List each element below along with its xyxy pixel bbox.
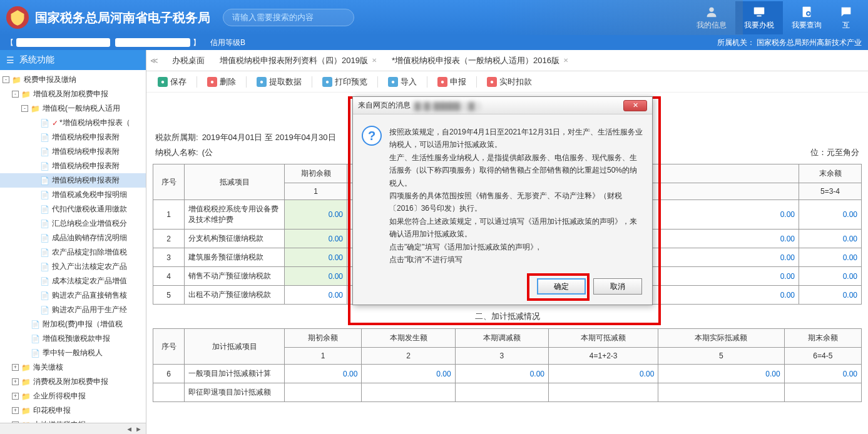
file-icon: 📄: [40, 277, 49, 286]
tree-node[interactable]: 📄季中转一般纳税人: [0, 346, 146, 360]
logo-emblem: [6, 6, 29, 29]
tree-node[interactable]: +📁土地增值税申报: [0, 418, 146, 423]
tab[interactable]: 增值税纳税申报表附列资料（四）2019版✕: [212, 51, 384, 70]
tree-node[interactable]: 📄农产品核定扣除增值税: [0, 245, 146, 260]
file-icon: 📄: [40, 220, 49, 228]
collapse-sidebar-icon[interactable]: ≪: [150, 56, 158, 65]
toolbar-button[interactable]: ●导入: [383, 74, 422, 89]
nav-tree: -📁税费申报及缴纳-📁增值税及附加税费申报-📁增值税(一般纳税人适用📄✓*增值税…: [0, 70, 146, 423]
tree-node[interactable]: 📄增值税纳税申报表附: [0, 130, 146, 144]
toolbar: ●保存●删除●提取数据●打印预览●导入●申报●实时扣款: [146, 71, 868, 93]
sidebar: ☰ 系统功能 -📁税费申报及缴纳-📁增值税及附加税费申报-📁增值税(一般纳税人适…: [0, 50, 146, 434]
tree-toggle-icon[interactable]: +: [12, 378, 19, 385]
nav-query[interactable]: 我要查询: [783, 1, 830, 34]
nav-interact[interactable]: 互: [830, 1, 862, 34]
scroll-left-icon[interactable]: ◄: [126, 425, 133, 433]
tree-node[interactable]: -📁税费申报及缴纳: [0, 73, 146, 87]
company-redacted: [16, 38, 110, 47]
toolbar-button[interactable]: ●保存: [153, 74, 191, 89]
toolbar-button[interactable]: ●申报: [432, 74, 471, 89]
file-icon: 📄: [40, 119, 49, 128]
folder-icon: 📁: [21, 363, 31, 372]
tree-node[interactable]: 📄增值税减免税申报明细: [0, 188, 146, 202]
tree-toggle-icon[interactable]: +: [12, 407, 19, 414]
tree-node[interactable]: 📄附加税(费)申报（增值税: [0, 317, 146, 331]
scroll-right-icon[interactable]: ►: [135, 425, 142, 433]
tree-node[interactable]: 📄购进农产品直接销售核: [0, 288, 146, 303]
tab[interactable]: *增值税纳税申报表（一般纳税人适用）2016版✕: [384, 51, 576, 70]
dialog-titlebar: 来自网页的消息 ▇ ▇ ▇▇▇▇ ( ▇ ) ✕: [353, 97, 652, 114]
svg-rect-1: [754, 7, 765, 14]
monitor-icon: [752, 5, 766, 19]
toolbar-button[interactable]: ●实时扣款: [482, 74, 537, 89]
subheader: 【 】 信用等级B 所属机关： 国家税务总局郑州高新技术产业: [0, 35, 868, 50]
tree-node[interactable]: +📁海关缴核: [0, 360, 146, 375]
file-icon: 📄: [31, 335, 40, 343]
tree-node[interactable]: 📄成品油购销存情况明细: [0, 231, 146, 245]
toolbar-icon: ●: [257, 77, 267, 87]
tree-node[interactable]: 📄增值税纳税申报表附: [0, 173, 146, 188]
tree-node[interactable]: -📁增值税(一般纳税人适用: [0, 101, 146, 116]
file-icon: 📄: [40, 133, 49, 142]
confirm-dialog: 来自网页的消息 ▇ ▇ ▇▇▇▇ ( ▇ ) ✕ ? 按照政策规定，自2019年…: [352, 96, 653, 305]
file-icon: 📄: [40, 234, 49, 243]
folder-icon: 📁: [21, 392, 31, 401]
sidebar-footer: ◄ ►: [0, 423, 146, 434]
credit-rating: 信用等级B: [210, 38, 245, 48]
tree-node[interactable]: 📄✓*增值税纳税申报表（: [0, 116, 146, 130]
toolbar-icon: ●: [388, 77, 398, 87]
tree-toggle-icon[interactable]: -: [3, 76, 9, 83]
file-icon: 📄: [31, 320, 40, 329]
tree-toggle-icon[interactable]: -: [21, 105, 28, 112]
tree-node[interactable]: 📄增值税预缴税款申报: [0, 331, 146, 346]
folder-icon: 📁: [12, 76, 21, 84]
toolbar-button[interactable]: ●删除: [202, 74, 241, 89]
tab-close-icon[interactable]: ✕: [372, 57, 377, 64]
file-icon: 📄: [40, 191, 49, 199]
folder-icon: 📁: [21, 406, 31, 415]
tree-node[interactable]: 📄增值税纳税申报表附: [0, 159, 146, 173]
chat-icon: [839, 5, 853, 19]
file-icon: 📄: [40, 248, 49, 257]
folder-icon: 📁: [31, 104, 40, 113]
tree-node[interactable]: +📁企业所得税申报: [0, 389, 146, 403]
tree-node[interactable]: 📄投入产出法核定农产品: [0, 260, 146, 274]
period-label: 税款所属期:: [155, 132, 198, 143]
ok-button[interactable]: 确定: [537, 278, 586, 295]
extra-deduction-table: 序号加计抵减项目期初余额本期发生额本期调减额本期可抵减额本期实际抵减额期末余额1…: [153, 328, 862, 402]
file-icon: 📄: [40, 205, 49, 214]
tree-node[interactable]: 📄成本法核定农产品增值: [0, 274, 146, 288]
period-value: 2019年04月01日 至 2019年04月30日: [202, 132, 336, 143]
cancel-button[interactable]: 取消: [593, 278, 642, 295]
tree-node[interactable]: 📄汇总纳税企业增值税分: [0, 216, 146, 231]
tree-node[interactable]: +📁消费税及附加税费申报: [0, 375, 146, 389]
search-doc-icon: [800, 5, 814, 19]
site-title: 国家税务总局河南省电子税务局: [35, 9, 210, 26]
search-input[interactable]: 请输入需要搜索的内容: [223, 9, 354, 26]
toolbar-button[interactable]: ●打印预览: [317, 74, 372, 89]
tree-toggle-icon[interactable]: +: [12, 393, 19, 400]
tab[interactable]: 办税桌面: [165, 51, 212, 70]
menu-icon: ☰: [6, 55, 14, 65]
tree-node[interactable]: 📄增值税纳税申报表附: [0, 144, 146, 159]
toolbar-button[interactable]: ●提取数据: [252, 74, 307, 89]
file-icon: 📄: [31, 349, 40, 358]
payer-label: 纳税人名称:: [155, 147, 198, 158]
file-icon: 📄: [40, 176, 49, 185]
tab-close-icon[interactable]: ✕: [563, 57, 568, 64]
tree-node[interactable]: +📁印花税申报: [0, 403, 146, 418]
tree-toggle-icon[interactable]: -: [12, 91, 19, 98]
folder-icon: 📁: [21, 90, 31, 99]
org-value: 国家税务总局郑州高新技术产业: [757, 38, 862, 47]
file-icon: 📄: [40, 291, 49, 300]
tree-node[interactable]: 📄代扣代缴税收通用缴款: [0, 202, 146, 216]
tree-node[interactable]: -📁增值税及附加税费申报: [0, 87, 146, 101]
tree-toggle-icon[interactable]: +: [12, 364, 19, 371]
question-icon: ?: [362, 126, 382, 146]
check-icon: ✓: [52, 119, 58, 128]
toolbar-icon: ●: [207, 77, 217, 87]
tree-node[interactable]: 📄购进农产品用于生产经: [0, 303, 146, 317]
unit-label: 位：元至角分: [810, 147, 859, 158]
dialog-close-button[interactable]: ✕: [623, 100, 647, 111]
section2-title: 二、加计抵减情况: [153, 305, 862, 328]
